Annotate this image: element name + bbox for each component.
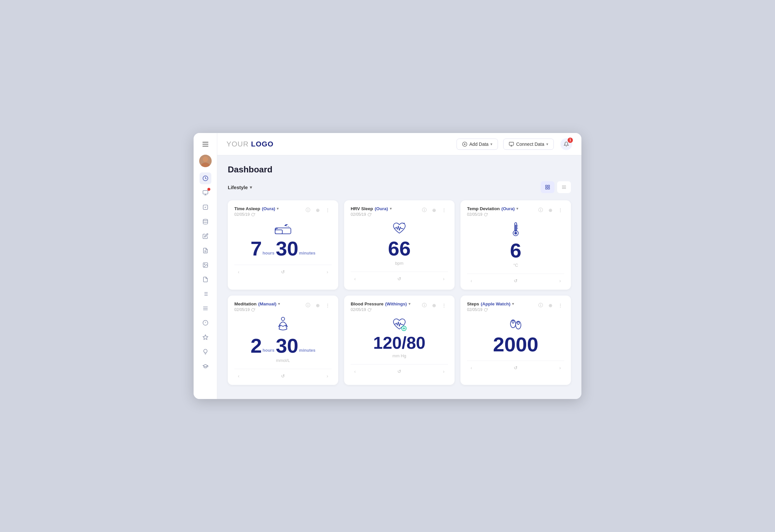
add-button[interactable]: ⊕ [546,206,554,214]
add-button[interactable]: ⊕ [430,206,438,214]
unit-minutes: minutes [299,348,316,356]
info-button[interactable]: ⓘ [304,301,312,309]
sidebar-item-image[interactable] [200,259,211,271]
card-title: Meditation (Manual) ▾ [234,301,280,306]
add-data-button[interactable]: Add Data ▾ [456,139,498,150]
lifestyle-filter-button[interactable]: Lifestyle ▾ [228,185,252,190]
refresh-button[interactable]: ↺ [395,275,404,283]
card-footer: ‹ ↺ › [351,272,448,283]
bp-icon [391,317,408,331]
sidebar-item-checkbox[interactable] [200,201,211,213]
card-source: (Manual) [258,301,277,306]
refresh-button[interactable]: ↺ [511,364,520,372]
value-minutes: 30 [276,336,299,356]
more-button[interactable]: ⋮ [324,301,332,309]
sidebar-item-clock[interactable] [200,172,211,184]
info-button[interactable]: ⓘ [420,301,428,309]
card-date: 02/05/19 [234,307,280,312]
card-actions: ⓘ ⊕ ⋮ [420,206,448,214]
card-value-row: 6 [510,240,521,261]
prev-button[interactable]: ‹ [351,367,359,376]
card-body: 6 °C [467,217,564,270]
refresh-button[interactable]: ↺ [395,367,404,376]
unit-hours: hours [263,251,275,259]
card-title-row: Meditation (Manual) ▾ 02/05/19 [234,301,280,312]
notification-button[interactable]: 1 [560,138,572,150]
sidebar-item-note[interactable] [200,245,211,256]
card-title-text: Blood Pressure [351,301,384,306]
card-date-text: 02/05/19 [467,212,482,217]
next-button[interactable]: › [439,367,448,376]
sidebar-item-list2[interactable] [200,302,211,314]
connect-data-button[interactable]: Connect Data ▾ [503,139,554,150]
prev-button[interactable]: ‹ [234,372,243,380]
card-time-asleep: Time Asleep (Oura) ▾ 02/05/19 ⓘ ⊕ [228,200,338,290]
hamburger-menu[interactable] [200,139,211,149]
card-title-chevron: ▾ [516,207,518,211]
prev-button[interactable]: ‹ [351,275,359,283]
sidebar-item-circle[interactable] [200,317,211,329]
card-title-row: Temp Deviation (Oura) ▾ 02/05/19 [467,206,518,217]
more-button[interactable]: ⋮ [556,301,564,309]
sidebar-item-pencil[interactable] [200,230,211,242]
next-button[interactable]: › [323,372,332,380]
refresh-button[interactable]: ↺ [511,277,520,285]
more-button[interactable]: ⋮ [440,206,448,214]
info-button[interactable]: ⓘ [537,206,544,214]
sidebar-item-cap[interactable] [200,360,211,372]
sidebar-item-star[interactable] [200,331,211,343]
svg-point-56 [517,322,519,324]
refresh-button[interactable]: ↺ [279,268,287,276]
value-hrv: 66 [388,238,411,259]
connect-data-label: Connect Data [516,142,544,147]
card-date: 02/05/19 [467,307,514,312]
unit-label: °C [513,263,518,268]
info-button[interactable]: ⓘ [304,206,312,214]
more-button[interactable]: ⋮ [324,206,332,214]
card-title-text: Steps [467,301,479,306]
user-avatar[interactable] [199,155,212,167]
svg-point-47 [281,317,285,321]
prev-button[interactable]: ‹ [467,277,476,285]
card-actions: ⓘ ⊕ ⋮ [420,301,448,309]
prev-button[interactable]: ‹ [234,268,243,276]
sidebar-item-database[interactable] [200,216,211,228]
add-button[interactable]: ⊕ [546,301,554,309]
refresh-button[interactable]: ↺ [279,372,287,380]
next-button[interactable]: › [439,275,448,283]
sidebar-item-monitor[interactable] [200,187,211,199]
card-footer: ‹ ↺ › [234,265,332,276]
more-button[interactable]: ⋮ [556,206,564,214]
card-value-row: 2 hours 30 minutes [251,336,315,356]
logo-light: YOUR [227,140,251,148]
card-footer: ‹ ↺ › [467,361,564,372]
card-header: Temp Deviation (Oura) ▾ 02/05/19 ⓘ ⊕ [467,206,564,217]
card-title: Blood Pressure (Withings) ▾ [351,301,410,306]
grid-view-button[interactable] [541,181,554,193]
add-button[interactable]: ⊕ [430,301,438,309]
next-button[interactable]: › [556,364,564,372]
card-value-row: 120/80 [373,334,425,351]
add-button[interactable]: ⊕ [314,301,322,309]
prev-button[interactable]: ‹ [467,364,476,372]
sidebar-item-list[interactable] [200,288,211,300]
list-view-button[interactable] [557,181,571,193]
sidebar-item-file[interactable] [200,274,211,285]
more-button[interactable]: ⋮ [440,301,448,309]
next-button[interactable]: › [323,268,332,276]
card-title-row: HRV Sleep (Oura) ▾ 02/05/19 [351,206,392,217]
card-value-row: 2000 [493,334,538,355]
card-title-row: Steps (Apple Watch) ▾ 02/05/19 [467,301,514,312]
card-body: 120/80 mm Hg [351,312,448,361]
add-button[interactable]: ⊕ [314,206,322,214]
card-title-chevron: ▾ [409,302,410,306]
card-header: Time Asleep (Oura) ▾ 02/05/19 ⓘ ⊕ [234,206,332,217]
card-title-row: Blood Pressure (Withings) ▾ 02/05/19 [351,301,410,312]
unit-minutes: minutes [299,251,316,259]
next-button[interactable]: › [556,277,564,285]
sidebar-item-bulb[interactable] [200,346,211,358]
info-button[interactable]: ⓘ [537,301,544,309]
info-button[interactable]: ⓘ [420,206,428,214]
card-footer: ‹ ↺ › [467,274,564,285]
svg-point-7 [203,219,208,221]
